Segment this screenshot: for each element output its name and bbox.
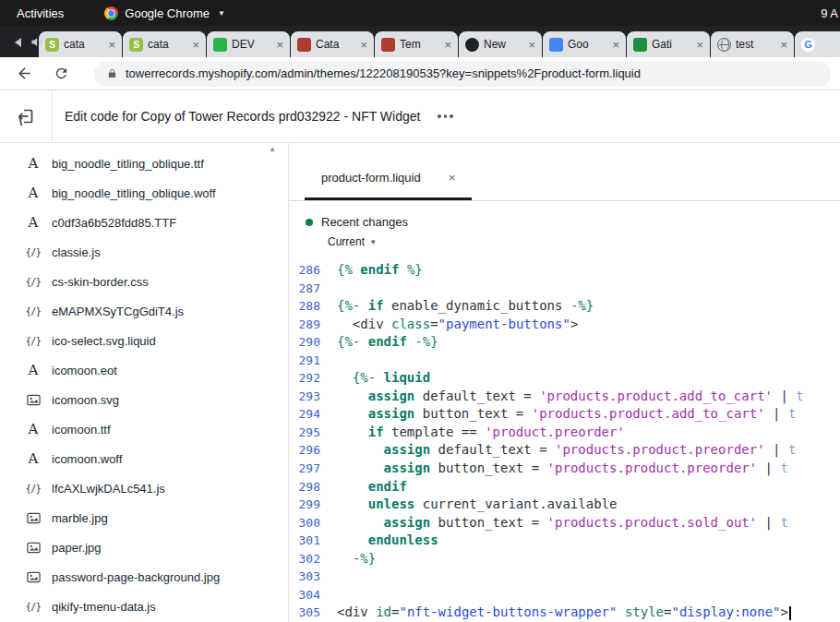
image-file-icon xyxy=(25,510,42,525)
code-line-content: {%- endif -%} xyxy=(320,333,438,352)
code-line[interactable]: 302 -%} xyxy=(289,550,840,568)
code-line[interactable]: 294 assign button_text = 'products.produ… xyxy=(289,405,840,424)
version-meta: Recent changes Current ▾ xyxy=(289,201,840,261)
file-item[interactable]: Aicomoon.ttf xyxy=(0,414,288,444)
file-item[interactable]: {/}cs-skin-border.css xyxy=(0,267,288,296)
file-item[interactable]: marble.jpg xyxy=(0,503,288,532)
tab-close-icon[interactable]: × xyxy=(780,39,787,51)
file-name: icomoon.svg xyxy=(52,393,119,407)
code-line-content: {% endif %} xyxy=(320,261,423,280)
reload-button[interactable] xyxy=(50,63,72,85)
tab-title: Cata xyxy=(316,38,355,51)
file-name: password-page-background.jpg xyxy=(52,570,220,584)
browser-tab[interactable]: New× xyxy=(459,31,542,57)
more-options-icon[interactable] xyxy=(434,109,457,124)
file-item[interactable]: Ac0df3a6b528fdd85.TTF xyxy=(0,208,288,237)
browser-tab-strip-tabs: Scata×Scata×DEV×Cata×Tem×New×Goo×Gati×te… xyxy=(39,31,840,57)
code-line-content: assign button_text = 'products.product.s… xyxy=(320,514,788,532)
code-line[interactable]: 295 if template == 'product.preorder' xyxy=(289,424,840,442)
file-item[interactable]: {/}ico-select.svg.liquid xyxy=(0,326,288,355)
code-line-content: if template == 'product.preorder' xyxy=(320,424,625,442)
line-number: 299 xyxy=(289,496,320,514)
code-line[interactable]: 288{%- if enable_dynamic_buttons -%} xyxy=(289,297,840,316)
tab-close-icon[interactable]: × xyxy=(360,39,367,51)
code-line[interactable]: 286{% endif %} xyxy=(289,261,840,280)
code-line[interactable]: 297 assign button_text = 'products.produ… xyxy=(289,460,840,478)
line-number: 298 xyxy=(289,478,320,496)
browser-tab[interactable]: DEV× xyxy=(207,31,290,57)
flag-favicon xyxy=(381,38,395,52)
file-name: eMAPMXSyTCgGdiT4.js xyxy=(52,305,184,318)
editor-tab-product-form[interactable]: product-form.liquid × xyxy=(305,158,472,200)
code-area[interactable]: 286{% endif %}287288{%- if enable_dynami… xyxy=(289,261,840,622)
version-selected-label: Current xyxy=(328,235,365,248)
browser-tab[interactable]: Scata× xyxy=(123,31,206,57)
tab-close-icon[interactable]: × xyxy=(612,39,619,51)
code-line[interactable]: 304 xyxy=(289,586,840,604)
tab-close-icon[interactable]: × xyxy=(276,39,283,51)
code-line[interactable]: 287 xyxy=(289,280,840,298)
tab-title: cata xyxy=(64,38,103,51)
activities-button[interactable]: Activities xyxy=(9,6,71,20)
chevron-down-icon: ▾ xyxy=(371,237,376,246)
file-name: ico-select.svg.liquid xyxy=(52,334,156,348)
code-line[interactable]: 293 assign default_text = 'products.prod… xyxy=(289,388,840,406)
recent-changes-dot-icon xyxy=(306,219,313,226)
browser-tab[interactable]: Tem× xyxy=(375,31,458,57)
file-item[interactable]: {/}lfcAXLwjkDALc541.js xyxy=(0,473,288,503)
code-line[interactable]: 298 endif xyxy=(289,478,840,496)
tab-close-icon[interactable]: × xyxy=(192,39,199,51)
tab-close-icon[interactable]: × xyxy=(528,39,535,51)
code-line-content: {%- if enable_dynamic_buttons -%} xyxy=(320,297,594,316)
tab-title: test xyxy=(736,38,775,51)
code-line[interactable]: 296 assign default_text = 'products.prod… xyxy=(289,441,840,460)
file-item[interactable]: {/}eMAPMXSyTCgGdiT4.js xyxy=(0,296,288,326)
scrollbar-up-icon[interactable]: ▲ xyxy=(269,145,276,153)
browser-tab[interactable]: Scata× xyxy=(39,31,122,57)
line-number: 305 xyxy=(289,604,320,622)
code-line[interactable]: 290{%- endif -%} xyxy=(289,333,840,352)
browser-tab[interactable]: Cata× xyxy=(291,31,374,57)
file-item[interactable]: {/}qikify-tmenu-data.js xyxy=(0,592,288,621)
browser-tab[interactable]: Goo× xyxy=(543,31,626,57)
file-name: icomoon.woff xyxy=(52,452,122,466)
close-icon[interactable]: × xyxy=(449,171,456,185)
file-item[interactable]: Aicomoon.eot xyxy=(0,355,288,385)
file-item[interactable]: Abig_noodle_titling_oblique.ttf xyxy=(0,149,288,178)
file-item[interactable]: icomoon.svg xyxy=(0,385,288,414)
browser-tab[interactable]: test× xyxy=(711,31,794,57)
google-g-favicon: G xyxy=(801,38,815,52)
recent-changes-label: Recent changes xyxy=(321,215,408,229)
omnibox[interactable]: towerrecords.myshopify.com/admin/themes/… xyxy=(94,61,831,87)
file-item[interactable]: Abig_noodle_titling_oblique.woff xyxy=(0,178,288,208)
code-line[interactable]: 301 endunless xyxy=(289,532,840,550)
code-line[interactable]: 299 unless current_variant.available xyxy=(289,496,840,514)
lock-icon xyxy=(107,67,117,79)
browser-tab[interactable]: G xyxy=(795,31,840,57)
code-line[interactable]: 305<div id="nft-widget-buttons-wrapper" … xyxy=(289,604,840,622)
font-file-icon: A xyxy=(25,185,42,201)
active-app-indicator[interactable]: Google Chrome ▼ xyxy=(104,6,225,20)
code-line[interactable]: 300 assign button_text = 'products.produ… xyxy=(289,514,840,532)
tab-close-icon[interactable]: × xyxy=(444,39,451,51)
code-line[interactable]: 292 {%- liquid xyxy=(289,369,840,388)
back-button[interactable] xyxy=(13,63,35,85)
exit-button[interactable] xyxy=(0,90,53,142)
browser-tab[interactable]: Gati× xyxy=(627,31,710,57)
line-number: 295 xyxy=(289,424,320,442)
line-number: 289 xyxy=(289,316,320,334)
file-item[interactable]: paper.jpg xyxy=(0,532,288,562)
code-line[interactable]: 291 xyxy=(289,352,840,370)
code-line-content: {%- liquid xyxy=(320,369,430,388)
file-item[interactable]: Aicomoon.woff xyxy=(0,444,288,473)
version-dropdown[interactable]: Current ▾ xyxy=(328,235,840,248)
tab-close-icon[interactable]: × xyxy=(696,39,703,51)
line-number: 302 xyxy=(289,550,320,568)
tab-scroll-left-icon[interactable] xyxy=(15,38,21,47)
file-item[interactable]: {/}classie.js xyxy=(0,237,288,267)
file-item[interactable]: password-page-background.jpg xyxy=(0,562,288,592)
tab-close-icon[interactable]: × xyxy=(108,39,115,51)
system-top-bar: Activities Google Chrome ▼ 9 A xyxy=(0,0,840,26)
code-line[interactable]: 303 xyxy=(289,568,840,586)
code-line[interactable]: 289 <div class="payment-buttons"> xyxy=(289,316,840,334)
